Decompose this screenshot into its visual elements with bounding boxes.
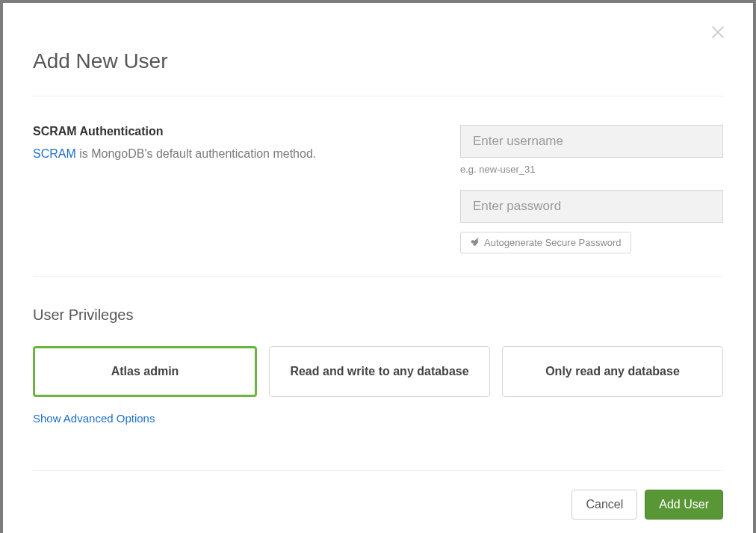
auth-section: SCRAM Authentication SCRAM is MongoDB's … — [33, 96, 723, 276]
privilege-options: Atlas admin Read and write to any databa… — [33, 346, 723, 397]
username-hint: e.g. new-user_31 — [460, 164, 723, 175]
add-user-button[interactable]: Add User — [645, 490, 723, 520]
auth-form: e.g. new-user_31 Autogenerate Secure Pas… — [460, 125, 723, 253]
auth-description: SCRAM is MongoDB's default authenticatio… — [33, 146, 430, 162]
privileges-heading: User Privileges — [33, 306, 723, 324]
privilege-option-atlas-admin[interactable]: Atlas admin — [33, 346, 257, 397]
privilege-option-read-write[interactable]: Read and write to any database — [269, 346, 490, 397]
close-icon[interactable] — [710, 24, 726, 40]
password-input[interactable] — [460, 190, 723, 223]
auth-heading: SCRAM Authentication — [33, 125, 430, 138]
modal-footer: Cancel Add User — [33, 470, 723, 520]
show-advanced-options-link[interactable]: Show Advanced Options — [33, 412, 155, 425]
autogenerate-password-button[interactable]: Autogenerate Secure Password — [460, 232, 631, 253]
privileges-section: User Privileges Atlas admin Read and wri… — [33, 277, 723, 425]
modal-title: Add New User — [33, 49, 723, 73]
autogenerate-password-label: Autogenerate Secure Password — [484, 237, 622, 248]
cancel-button[interactable]: Cancel — [571, 490, 637, 520]
privilege-option-read-only[interactable]: Only read any database — [502, 346, 723, 397]
auth-description-text: is MongoDB's default authentication meth… — [76, 147, 316, 160]
add-user-modal: Add New User SCRAM Authentication SCRAM … — [3, 3, 753, 533]
privilege-option-label: Atlas admin — [111, 365, 179, 378]
privilege-option-label: Read and write to any database — [290, 365, 468, 378]
auth-description-block: SCRAM Authentication SCRAM is MongoDB's … — [33, 125, 460, 253]
username-input[interactable] — [460, 125, 723, 158]
scram-link[interactable]: SCRAM — [33, 147, 76, 160]
privilege-option-label: Only read any database — [545, 365, 680, 378]
key-icon — [470, 238, 480, 247]
